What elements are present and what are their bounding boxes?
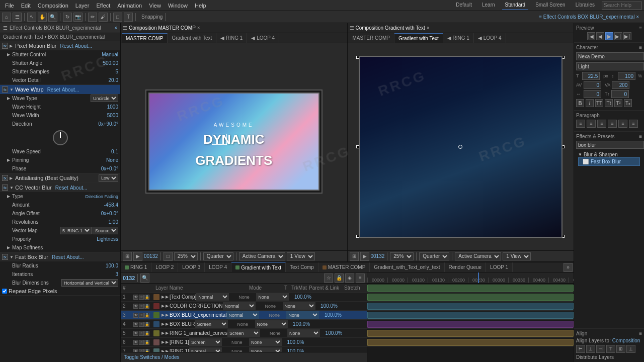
tab-gradient-text[interactable]: Gradient with Text [168,33,216,43]
c2-btn2[interactable]: ▶ [360,252,369,261]
selection-tool[interactable]: ↖ [27,13,36,22]
c2-timecode[interactable]: 00132 [371,253,385,259]
l2-mode[interactable]: Normal [223,302,256,310]
ccvb-type-value[interactable]: Direction Fading [85,194,118,199]
blur-sharpen-toggle[interactable]: ▼ Blur & Sharpen [578,152,640,157]
tl-btn-shy[interactable]: ≡ [356,274,365,283]
pinning-value[interactable]: None [93,157,118,163]
nav-default[interactable]: Default [453,2,475,10]
preview-options[interactable]: ≡ [639,25,642,31]
layer-row-2[interactable]: 2 👁 ☆ 🔒 ▶ ▶ COLOR CORRECTION [121,302,367,311]
l6-vis[interactable]: 👁 [133,340,138,345]
l3-lock[interactable]: 🔒 [144,313,149,318]
c1-view[interactable]: 1 View [287,252,315,260]
tl-btn-lock[interactable]: 🔒 [335,274,344,283]
tl-tab-gradient-text[interactable]: Gradient with Text [231,262,286,273]
ww-reset[interactable]: Reset [47,87,60,93]
prev-back[interactable]: ◀ [596,32,604,40]
fx-toggle-fbb[interactable]: fx [2,254,8,260]
help-search[interactable] [602,2,642,10]
wave-speed-value[interactable]: 0.1 [93,149,118,154]
fx-toggle-ww[interactable]: fx [2,86,8,93]
font-size-input[interactable] [582,72,600,80]
prev-first[interactable]: |◀ [587,32,595,40]
menu-animation[interactable]: Animation [114,2,145,10]
l5-vis[interactable]: 👁 [133,331,138,336]
menu-layer[interactable]: Layer [72,2,93,10]
l2-parent[interactable]: None [283,302,315,310]
camera-tool[interactable]: 📷 [73,13,83,22]
style-input[interactable] [576,62,644,70]
kerning-input[interactable] [584,81,601,89]
align-right[interactable]: ≡ [597,120,606,128]
l3-mode[interactable]: Normal [226,311,259,319]
fbb-dims-select[interactable]: Horizontal and Vertical [61,279,118,287]
layer-row-4[interactable]: 4 👁 ☆ 🔒 ▶ ▶ BOX BLUR [121,320,367,329]
tl-btn-guide[interactable]: ◈ [345,274,354,283]
tl-tab-loop2[interactable]: LOOP 2 [151,262,178,273]
wave-height-value[interactable]: 1000 [93,104,118,110]
align-left-edge[interactable]: ⊢ [576,345,585,353]
wave-warp-header[interactable]: fx ▼ Wave Warp Reset About... [0,85,120,94]
c1-btn1[interactable]: ⊞ [123,252,132,261]
align-options[interactable]: ≡ [639,331,642,336]
tab-master-comp[interactable]: MASTER COMP [122,33,168,43]
caps-btn[interactable]: TT [595,99,603,107]
shutter-control-value[interactable]: Manual [93,52,118,57]
layer-row-5[interactable]: 5 👁 ☆ 🔒 ▶ ▶ RING 1_animated_curves [121,329,367,338]
l5-solo[interactable]: ☆ [139,331,144,336]
brush-tool[interactable]: 🖌 [99,13,108,22]
ccvb-map-select[interactable]: 5. RING 1 [60,227,92,234]
ww-about[interactable]: About... [62,87,79,93]
l3-vis[interactable]: 👁 [133,313,138,318]
tab-master-comp-c2[interactable]: MASTER COMP [349,33,394,43]
super-btn[interactable]: T² [614,99,622,107]
l1-lock[interactable]: 🔒 [144,295,149,300]
phase-value[interactable]: 0x+0.0° [93,166,118,171]
antialiasing-header[interactable]: fx ▶ Antialiasing (Best Quality) Low [0,173,120,183]
nav-libraries[interactable]: Libraries [573,2,598,10]
align-justify-last[interactable]: ≡ [629,120,638,128]
l1-vis[interactable]: 👁 [133,295,138,300]
ccvb-about[interactable]: About... [70,185,87,191]
fx-toggle-ccvb[interactable]: fx [2,185,8,191]
tab-ring1-c1[interactable]: ◀ RING 1 [216,33,247,43]
wave-width-value[interactable]: 5000 [93,113,118,118]
menu-help[interactable]: Help [192,2,209,10]
l3-solo[interactable]: ☆ [139,313,144,318]
c1-btn3[interactable]: □ [164,252,173,261]
l4-mode[interactable]: Screen [195,320,228,328]
wave-type-select[interactable]: Uncircle [91,95,118,102]
align-v-center[interactable]: ⊞ [616,345,625,353]
tl-expand[interactable]: » [564,263,573,272]
hand-tool[interactable]: ✋ [38,13,47,22]
tl-tab-master-comp[interactable]: MASTER COMP [318,262,370,273]
toggle-switches-label[interactable]: Toggle Switches / Modes [124,354,180,360]
l4-vis[interactable]: 👁 [133,322,138,327]
character-options[interactable]: ≡ [639,45,642,50]
align-justify[interactable]: ≡ [608,120,617,128]
tab-loop4-c1[interactable]: ◀ LOOP 4 [247,33,279,43]
l4-solo[interactable]: ☆ [139,322,144,327]
tracking-input[interactable] [612,81,629,89]
ccvb-reset[interactable]: Reset [55,185,68,191]
pen-tool[interactable]: ✏ [88,13,97,22]
align-justify-all[interactable]: ≡ [618,120,627,128]
c1-btn2[interactable]: ▶ [133,252,142,261]
ccvb-source-select[interactable]: Source [93,227,118,234]
l5-parent[interactable]: None [287,329,320,337]
tl-btn-solo[interactable]: ☆ [324,274,333,283]
menu-window[interactable]: Window [165,2,191,10]
align-left[interactable]: ≡ [576,120,585,128]
l2-expand[interactable]: ▶ ▶ COLOR CORRECTION [159,303,223,309]
l2-lock[interactable]: 🔒 [144,304,149,309]
prev-last[interactable]: ▶| [623,32,631,40]
pixel-motion-blur-header[interactable]: fx ▶ Pixel Motion Blur Reset About... [0,41,120,50]
tl-tab-loop4[interactable]: LOOP 4 [205,262,231,273]
c1-zoom[interactable]: 25% [174,252,198,260]
l5-mode[interactable]: Screen [227,329,260,337]
fx-toggle-aa[interactable]: fx [2,175,8,181]
fast-box-blur-header[interactable]: fx ▼ Fast Box Blur Reset About... [0,252,120,261]
l5-expand[interactable]: ▶ ▶ RING 1_animated_curves [159,330,227,336]
align-bottom-edge[interactable]: ⊥ [626,345,635,353]
